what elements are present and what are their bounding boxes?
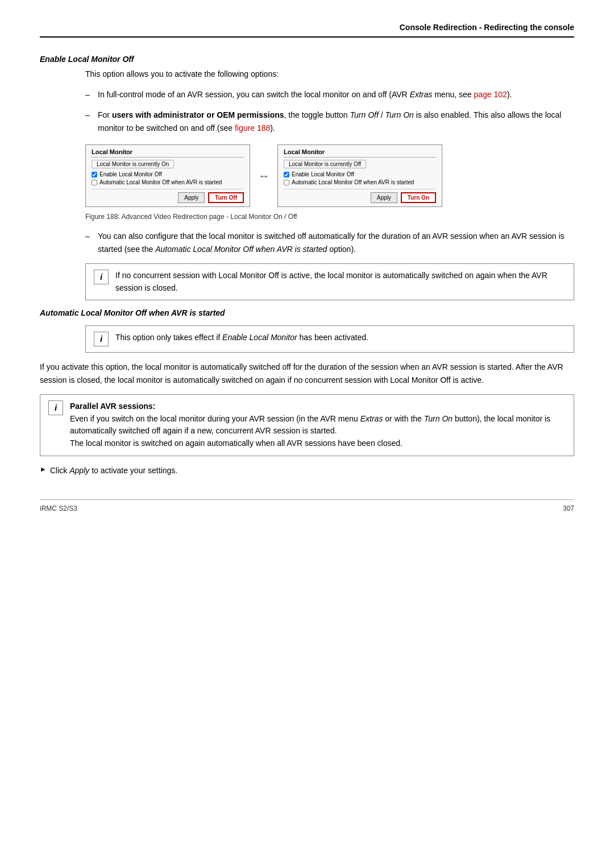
left-checkbox2[interactable] xyxy=(92,180,97,185)
turn-on-italic: Turn On xyxy=(385,110,414,119)
apply-italic: Apply xyxy=(69,466,89,475)
left-check1-label: Enable Local Monitor Off xyxy=(99,171,162,177)
section-enable-local-monitor: Enable Local Monitor Off This option all… xyxy=(40,55,574,300)
left-turnoff-button[interactable]: Turn Off xyxy=(208,192,244,203)
parallel-avr-text: Parallel AVR sessions: Even if you switc… xyxy=(70,400,566,450)
admin-perm-bold: users with administrator or OEM permissi… xyxy=(112,110,284,119)
footer-right: 307 xyxy=(563,505,574,512)
turn-off-italic: Turn Off xyxy=(350,110,379,119)
left-apply-button[interactable]: Apply xyxy=(178,192,205,203)
click-apply-text: Click Apply to activate your settings. xyxy=(50,464,574,477)
info-box-1: i If no concurrent session with Local Mo… xyxy=(85,263,574,300)
auto-monitor-italic: Automatic Local Monitor Off when AVR is … xyxy=(155,245,327,254)
bullet-dash-3: – xyxy=(85,230,98,255)
extras-italic: Extras xyxy=(410,90,433,99)
info-box-2: i This option only takes effect if Enabl… xyxy=(85,325,574,353)
right-check1-row: Enable Local Monitor Off xyxy=(284,171,436,177)
bullet-list: – In full-control mode of an AVR session… xyxy=(85,88,574,134)
turn-on-italic-2: Turn On xyxy=(424,414,453,423)
right-box-buttons: Apply Turn On xyxy=(284,189,436,203)
bullet-list-2: – You can also configure that the local … xyxy=(85,230,574,255)
parallel-avr-box: i Parallel AVR sessions: Even if you swi… xyxy=(40,394,574,456)
info-icon-2: i xyxy=(94,332,109,346)
enable-local-monitor-italic: Enable Local Monitor xyxy=(222,333,297,342)
local-monitor-off-box: Local Monitor Local Monitor is currently… xyxy=(277,144,442,207)
left-box-status: Local Monitor is currently On xyxy=(92,160,174,168)
left-check2-label: Automatic Local Monitor Off when AVR is … xyxy=(99,179,222,185)
right-check2-row: Automatic Local Monitor Off when AVR is … xyxy=(284,179,436,185)
left-check1-row: Enable Local Monitor Off xyxy=(92,171,244,177)
local-monitor-on-box: Local Monitor Local Monitor is currently… xyxy=(85,144,250,207)
header-title: Console Redirection - Redirecting the co… xyxy=(400,23,574,32)
right-checkbox1[interactable] xyxy=(284,172,289,177)
bullet-text-2: For users with administrator or OEM perm… xyxy=(98,109,574,134)
left-check2-row: Automatic Local Monitor Off when AVR is … xyxy=(92,179,244,185)
figure-caption: Figure 188: Advanced Video Redirection p… xyxy=(85,213,529,221)
page-footer: iRMC S2/S3 307 xyxy=(40,499,574,512)
right-check2-label: Automatic Local Monitor Off when AVR is … xyxy=(292,179,414,185)
left-box-buttons: Apply Turn Off xyxy=(92,189,244,203)
section2-title: Automatic Local Monitor Off when AVR is … xyxy=(40,308,574,317)
section2-body: If you activate this option, the local m… xyxy=(40,361,574,386)
right-checkbox2[interactable] xyxy=(284,180,289,185)
left-checkbox1[interactable] xyxy=(92,172,97,177)
section1-title: Enable Local Monitor Off xyxy=(40,55,574,64)
page-header: Console Redirection - Redirecting the co… xyxy=(40,23,574,38)
bullet-text-1: In full-control mode of an AVR session, … xyxy=(98,88,574,101)
right-box-title: Local Monitor xyxy=(284,148,436,158)
extras-italic-2: Extras xyxy=(360,414,383,423)
bullet-text-3: You can also configure that the local mo… xyxy=(98,230,574,255)
section1-intro: This option allows you to activate the f… xyxy=(85,68,574,80)
right-apply-button[interactable]: Apply xyxy=(371,192,397,203)
bullet-dash-1: – xyxy=(85,88,98,101)
section-auto-monitor: Automatic Local Monitor Off when AVR is … xyxy=(40,308,574,477)
footer-left: iRMC S2/S3 xyxy=(40,505,77,512)
figure188-link[interactable]: figure 188 xyxy=(235,123,270,133)
info-text-1: If no concurrent session with Local Moni… xyxy=(115,270,566,294)
triangle-icon: ► xyxy=(40,465,50,473)
bullet-dash-2: – xyxy=(85,109,98,134)
left-box-title: Local Monitor xyxy=(92,148,244,158)
arrow-icon: ↔ xyxy=(256,170,272,183)
page102-link[interactable]: page 102 xyxy=(474,90,507,99)
click-apply-bullet: ► Click Apply to activate your settings. xyxy=(40,464,574,477)
info-text-2: This option only takes effect if Enable … xyxy=(115,332,566,344)
parallel-avr-title: Parallel AVR sessions: xyxy=(70,402,155,411)
figure-188-container: Local Monitor Local Monitor is currently… xyxy=(85,144,529,207)
info-icon-3: i xyxy=(48,400,63,415)
bullet-item-3: – You can also configure that the local … xyxy=(85,230,574,255)
right-box-status: Local Monitor is currently Off xyxy=(284,160,366,168)
info-icon-1: i xyxy=(94,270,109,284)
right-check1-label: Enable Local Monitor Off xyxy=(292,171,354,177)
bullet-item-1: – In full-control mode of an AVR session… xyxy=(85,88,574,101)
right-turnon-button[interactable]: Turn On xyxy=(401,192,436,203)
bullet-item-2: – For users with administrator or OEM pe… xyxy=(85,109,574,134)
